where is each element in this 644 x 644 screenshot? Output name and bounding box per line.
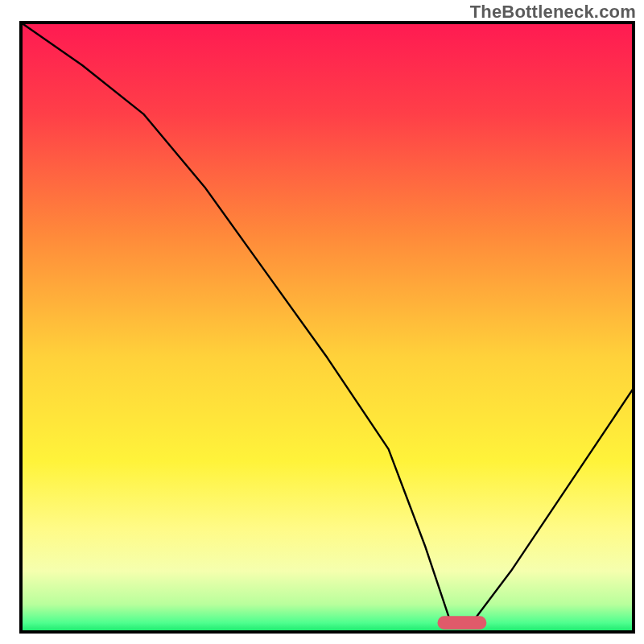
optimal-marker: [437, 616, 486, 630]
gradient-background: [21, 23, 634, 632]
watermark-text: TheBottleneck.com: [470, 2, 636, 23]
bottleneck-chart: [0, 0, 644, 644]
